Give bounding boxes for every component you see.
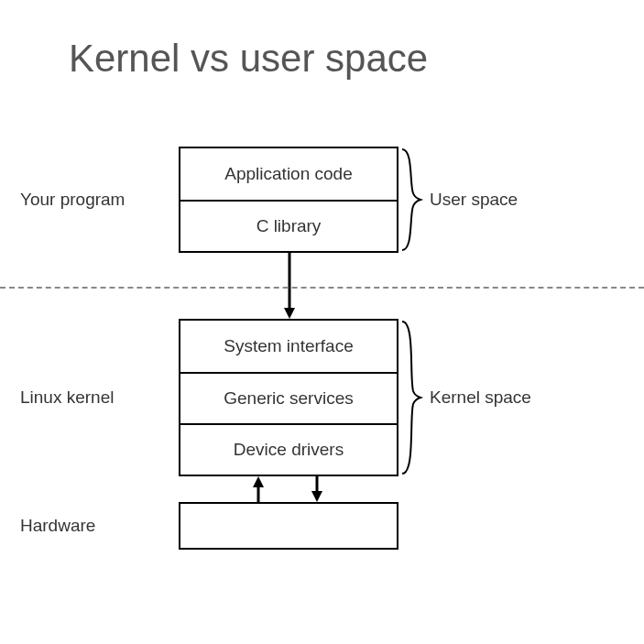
box-c-library: C library (180, 200, 397, 251)
arrow-up-icon (252, 476, 265, 502)
svg-marker-1 (284, 308, 295, 319)
kernel-space-section: Linux kernel System interface Generic se… (0, 319, 644, 476)
hardware-section: Hardware (0, 502, 644, 550)
arrow-down-icon (311, 476, 323, 502)
box-hardware (179, 502, 398, 550)
arrow-container (179, 253, 398, 319)
space-divider-line (0, 287, 644, 289)
svg-marker-5 (311, 491, 322, 502)
box-system-interface: System interface (180, 321, 397, 372)
arrow-down-icon (283, 253, 296, 319)
user-space-section: Your program Application code C library … (0, 147, 644, 253)
arrow-row-kernel-hw (0, 476, 644, 502)
label-linux-kernel: Linux kernel (0, 387, 179, 408)
box-generic-services: Generic services (180, 372, 397, 423)
user-box-group: Application code C library (179, 147, 398, 253)
box-device-drivers: Device drivers (180, 423, 397, 475)
label-your-program: Your program (0, 190, 179, 210)
box-application-code: Application code (180, 148, 397, 200)
label-kernel-space: Kernel space (430, 387, 531, 408)
label-user-space: User space (430, 190, 518, 210)
arrow-gap (179, 253, 398, 319)
diagram-title: Kernel vs user space (69, 37, 428, 81)
arrow-row-user-to-kernel (0, 253, 644, 319)
user-space-brace-wrap: User space (398, 147, 644, 252)
brace-icon (400, 147, 424, 252)
user-stack-column: Application code C library (179, 147, 398, 253)
kernel-box-group: System interface Generic services Device… (179, 319, 398, 476)
hardware-column (179, 502, 398, 550)
arrow-container-2 (179, 476, 398, 502)
brace-icon (400, 320, 424, 475)
kernel-space-brace-wrap: Kernel space (398, 320, 644, 475)
diagram-container: Your program Application code C library … (0, 147, 644, 550)
svg-marker-3 (253, 476, 264, 487)
kernel-stack-column: System interface Generic services Device… (179, 319, 398, 476)
label-hardware: Hardware (0, 516, 179, 536)
arrow-gap-2 (179, 476, 398, 502)
